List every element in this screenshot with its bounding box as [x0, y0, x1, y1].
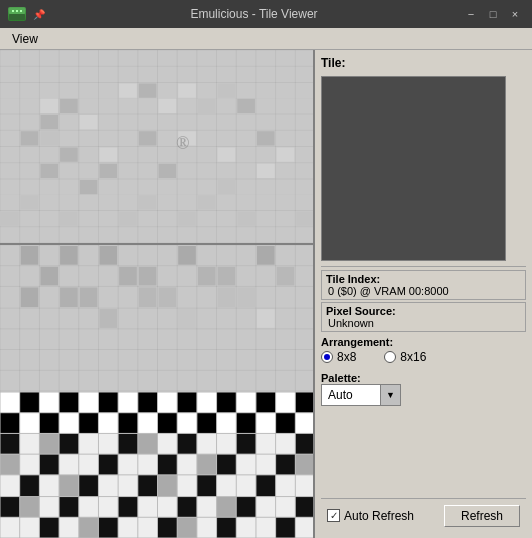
tile-grid-bottom[interactable]: [0, 245, 315, 538]
pin-icon: 📌: [32, 7, 46, 21]
refresh-button[interactable]: Refresh: [444, 505, 520, 527]
arrangement-8x8-option[interactable]: 8x8: [321, 350, 356, 364]
palette-block: Palette: Auto ▼: [321, 370, 526, 408]
pixel-source-block: Pixel Source: Unknown: [321, 302, 526, 332]
auto-refresh-checkbox[interactable]: ✓ Auto Refresh: [327, 509, 414, 523]
tile-grid-top[interactable]: [0, 50, 315, 245]
checkbox-box[interactable]: ✓: [327, 509, 340, 522]
tile-index-value: 0 ($0) @ VRAM 00:8000: [326, 285, 521, 297]
svg-rect-1: [9, 14, 25, 20]
arrangement-8x16-label: 8x16: [400, 350, 426, 364]
chevron-down-icon[interactable]: −: [462, 5, 480, 23]
svg-rect-2: [12, 10, 14, 12]
svg-rect-4: [20, 10, 22, 12]
close-button[interactable]: ×: [506, 5, 524, 23]
app-icon: [8, 7, 26, 21]
titlebar: 📌 Emulicious - Tile Viewer − □ ×: [0, 0, 532, 28]
right-panel: Tile: Tile Index: 0 ($0) @ VRAM 00:8000 …: [315, 50, 532, 538]
palette-dropdown-value: Auto: [322, 388, 380, 402]
tile-section-label: Tile:: [321, 56, 526, 70]
tile-canvas-area: [0, 50, 315, 538]
palette-label: Palette:: [321, 372, 526, 384]
menubar: View: [0, 28, 532, 50]
tile-index-label: Tile Index:: [326, 273, 521, 285]
pixel-source-value: Unknown: [326, 317, 521, 329]
radio-8x8-circle[interactable]: [321, 351, 333, 363]
radio-8x16-circle[interactable]: [384, 351, 396, 363]
window-title: Emulicious - Tile Viewer: [190, 7, 317, 21]
maximize-button[interactable]: □: [484, 5, 502, 23]
arrangement-8x8-label: 8x8: [337, 350, 356, 364]
view-menu[interactable]: View: [4, 30, 46, 48]
bottom-bar: ✓ Auto Refresh Refresh: [321, 498, 526, 532]
arrangement-label: Arrangement:: [321, 336, 526, 348]
tile-preview: [321, 76, 506, 261]
tile-index-block: Tile Index: 0 ($0) @ VRAM 00:8000: [321, 270, 526, 300]
auto-refresh-label: Auto Refresh: [344, 509, 414, 523]
pixel-source-label: Pixel Source:: [326, 305, 521, 317]
palette-dropdown-arrow[interactable]: ▼: [380, 385, 400, 405]
palette-dropdown[interactable]: Auto ▼: [321, 384, 401, 406]
arrangement-block: Arrangement: 8x8 8x16: [321, 334, 526, 368]
svg-rect-3: [16, 10, 18, 12]
arrangement-8x16-option[interactable]: 8x16: [384, 350, 426, 364]
